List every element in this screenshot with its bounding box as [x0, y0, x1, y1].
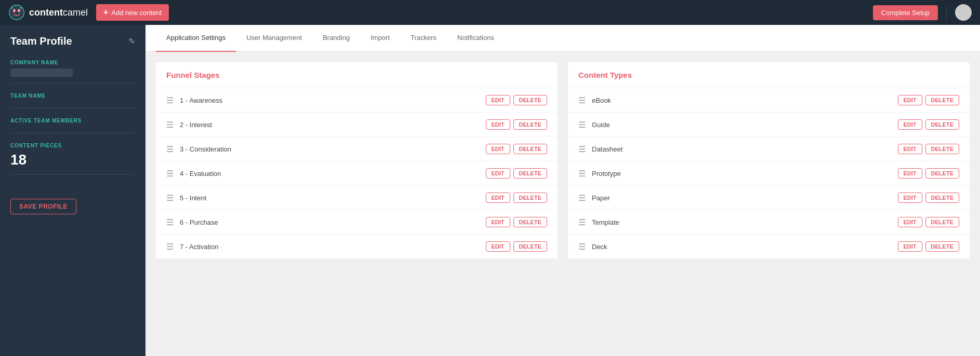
top-nav: contentcamel + Add new content Complete …	[0, 0, 980, 25]
edit-content-type-button[interactable]: EDIT	[898, 144, 922, 154]
edit-funnel-stage-button[interactable]: EDIT	[486, 95, 510, 105]
funnel-stage-actions: EDIT DELETE	[486, 119, 547, 130]
drag-icon: ☰	[166, 95, 174, 105]
edit-funnel-stage-button[interactable]: EDIT	[486, 217, 510, 227]
funnel-stage-label: 6 - Purchase	[180, 218, 486, 226]
content-types-header: Content Types	[568, 62, 970, 88]
company-name-label: COMPANY NAME	[10, 60, 135, 65]
tab-notifications[interactable]: Notifications	[447, 25, 505, 52]
delete-content-type-button[interactable]: DELETE	[925, 241, 959, 252]
sidebar-header: Team Profile ✎	[10, 35, 135, 47]
edit-content-type-button[interactable]: EDIT	[898, 168, 922, 179]
main-content: Application SettingsUser ManagementBrand…	[145, 25, 980, 356]
nav-divider	[946, 5, 947, 20]
delete-funnel-stage-button[interactable]: DELETE	[513, 217, 547, 227]
drag-icon: ☰	[166, 193, 174, 203]
company-name-field: COMPANY NAME	[10, 60, 135, 84]
funnel-stage-row: ☰ 7 - Activation EDIT DELETE	[156, 235, 558, 258]
content-type-actions: EDIT DELETE	[898, 119, 959, 130]
delete-content-type-button[interactable]: DELETE	[925, 217, 959, 227]
drag-icon: ☰	[166, 242, 174, 252]
content-type-label: Paper	[592, 194, 898, 202]
brand-name: contentcamel	[29, 7, 88, 18]
content-types-list: ☰ eBook EDIT DELETE ☰ Guide EDIT DELETE …	[568, 88, 970, 258]
panels-row: Funnel Stages ☰ 1 - Awareness EDIT DELET…	[145, 52, 980, 269]
app-layout: Team Profile ✎ COMPANY NAME TEAM NAME AC…	[0, 25, 980, 356]
funnel-stage-row: ☰ 6 - Purchase EDIT DELETE	[156, 210, 558, 235]
funnel-stage-row: ☰ 1 - Awareness EDIT DELETE	[156, 88, 558, 113]
add-content-button[interactable]: + Add new content	[96, 4, 169, 21]
content-types-panel: Content Types ☰ eBook EDIT DELETE ☰ Guid…	[568, 62, 970, 258]
edit-funnel-stage-button[interactable]: EDIT	[486, 119, 510, 130]
drag-icon: ☰	[578, 242, 586, 252]
content-type-row: ☰ Paper EDIT DELETE	[568, 186, 970, 210]
drag-icon: ☰	[578, 144, 586, 154]
content-type-row: ☰ Template EDIT DELETE	[568, 210, 970, 235]
content-type-row: ☰ Datasheet EDIT DELETE	[568, 137, 970, 161]
content-type-label: Template	[592, 218, 898, 226]
edit-content-type-button[interactable]: EDIT	[898, 119, 922, 130]
funnel-stage-label: 7 - Activation	[180, 243, 486, 251]
content-type-label: Datasheet	[592, 145, 898, 153]
edit-funnel-stage-button[interactable]: EDIT	[486, 193, 510, 203]
tab-import[interactable]: Import	[360, 25, 400, 52]
svg-point-0	[9, 5, 24, 20]
content-type-label: Guide	[592, 121, 898, 129]
delete-funnel-stage-button[interactable]: DELETE	[513, 241, 547, 252]
tabs-bar: Application SettingsUser ManagementBrand…	[145, 25, 980, 52]
complete-setup-button[interactable]: Complete Setup	[873, 5, 938, 20]
content-type-actions: EDIT DELETE	[898, 217, 959, 227]
funnel-stage-row: ☰ 3 - Consideration EDIT DELETE	[156, 137, 558, 161]
sidebar: Team Profile ✎ COMPANY NAME TEAM NAME AC…	[0, 25, 145, 356]
delete-content-type-button[interactable]: DELETE	[925, 193, 959, 203]
avatar[interactable]	[955, 4, 972, 21]
content-type-label: eBook	[592, 97, 898, 104]
delete-content-type-button[interactable]: DELETE	[925, 95, 959, 105]
funnel-stage-row: ☰ 2 - Interest EDIT DELETE	[156, 113, 558, 137]
delete-funnel-stage-button[interactable]: DELETE	[513, 95, 547, 105]
drag-icon: ☰	[578, 217, 586, 227]
tab-branding[interactable]: Branding	[312, 25, 360, 52]
funnel-stage-label: 5 - Intent	[180, 194, 486, 202]
save-profile-button[interactable]: SAVE PROFILE	[10, 199, 76, 214]
content-pieces-field: CONTENT PIECES 18	[10, 143, 135, 175]
edit-funnel-stage-button[interactable]: EDIT	[486, 144, 510, 154]
funnel-stage-label: 3 - Consideration	[180, 145, 486, 153]
tab-trackers[interactable]: Trackers	[400, 25, 447, 52]
drag-icon: ☰	[578, 120, 586, 130]
edit-content-type-button[interactable]: EDIT	[898, 241, 922, 252]
content-type-label: Deck	[592, 243, 898, 251]
sidebar-title: Team Profile	[10, 35, 72, 47]
delete-funnel-stage-button[interactable]: DELETE	[513, 144, 547, 154]
edit-content-type-button[interactable]: EDIT	[898, 193, 922, 203]
drag-icon: ☰	[578, 95, 586, 105]
tab-application-settings[interactable]: Application Settings	[156, 25, 236, 52]
delete-content-type-button[interactable]: DELETE	[925, 168, 959, 179]
content-pieces-label: CONTENT PIECES	[10, 143, 135, 148]
edit-profile-icon[interactable]: ✎	[128, 36, 135, 46]
delete-funnel-stage-button[interactable]: DELETE	[513, 168, 547, 179]
logo: contentcamel	[8, 4, 88, 21]
funnel-stage-label: 2 - Interest	[180, 121, 486, 129]
delete-funnel-stage-button[interactable]: DELETE	[513, 193, 547, 203]
funnel-stage-actions: EDIT DELETE	[486, 144, 547, 154]
content-type-row: ☰ eBook EDIT DELETE	[568, 88, 970, 113]
funnel-stages-panel: Funnel Stages ☰ 1 - Awareness EDIT DELET…	[156, 62, 558, 258]
funnel-stage-actions: EDIT DELETE	[486, 193, 547, 203]
edit-funnel-stage-button[interactable]: EDIT	[486, 241, 510, 252]
edit-content-type-button[interactable]: EDIT	[898, 95, 922, 105]
tab-user-management[interactable]: User Management	[236, 25, 312, 52]
funnel-stages-header: Funnel Stages	[156, 62, 558, 88]
funnel-stage-actions: EDIT DELETE	[486, 241, 547, 252]
content-type-row: ☰ Prototype EDIT DELETE	[568, 161, 970, 186]
content-type-actions: EDIT DELETE	[898, 193, 959, 203]
svg-point-4	[18, 10, 20, 11]
active-members-label: ACTIVE TEAM MEMBERS	[10, 118, 135, 124]
delete-content-type-button[interactable]: DELETE	[925, 144, 959, 154]
delete-content-type-button[interactable]: DELETE	[925, 119, 959, 130]
team-name-label: TEAM NAME	[10, 93, 135, 99]
edit-funnel-stage-button[interactable]: EDIT	[486, 168, 510, 179]
logo-icon	[8, 4, 25, 21]
delete-funnel-stage-button[interactable]: DELETE	[513, 119, 547, 130]
edit-content-type-button[interactable]: EDIT	[898, 217, 922, 227]
